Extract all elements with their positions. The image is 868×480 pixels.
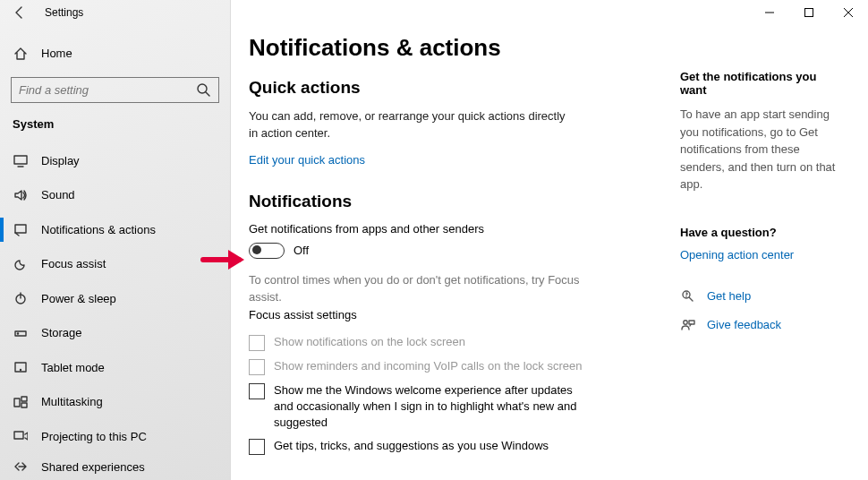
svg-rect-9 <box>21 397 27 401</box>
get-help-label: Get help <box>707 289 751 303</box>
svg-rect-15 <box>689 321 694 324</box>
back-button[interactable] <box>7 0 32 25</box>
sidebar-header: Settings <box>0 0 230 25</box>
sound-icon <box>13 187 29 203</box>
checkbox-lockscreen-voip: Show reminders and incoming VoIP calls o… <box>249 358 589 375</box>
right-paragraph-1: To have an app start sending you notific… <box>680 106 843 193</box>
svg-point-7 <box>21 370 21 371</box>
give-feedback-link[interactable]: Give feedback <box>680 317 843 333</box>
get-help-link[interactable]: Get help <box>680 288 843 304</box>
section-heading: System <box>0 103 230 138</box>
sidebar-item-tablet[interactable]: Tablet mode <box>0 350 230 384</box>
sidebar-item-label: Power & sleep <box>41 292 116 305</box>
sidebar-item-label: Projecting to this PC <box>41 430 147 443</box>
notifications-icon <box>13 221 29 237</box>
sidebar-item-multitasking[interactable]: Multitasking <box>0 384 230 418</box>
checkbox-label: Show reminders and incoming VoIP calls o… <box>274 358 582 374</box>
checkbox-label: Show notifications on the lock screen <box>274 334 465 350</box>
sidebar-item-label: Shared experiences <box>41 460 145 474</box>
page-title: Notifications & actions <box>249 34 655 62</box>
svg-rect-11 <box>14 432 23 439</box>
focus-assist-settings-link[interactable]: Focus assist settings <box>249 308 655 321</box>
maximize-button[interactable] <box>789 0 829 25</box>
edit-quick-actions-link[interactable]: Edit your quick actions <box>249 153 365 167</box>
window-controls <box>750 0 868 25</box>
toggle-knob <box>252 245 261 254</box>
checkbox-welcome-experience[interactable]: Show me the Windows welcome experience a… <box>249 382 589 432</box>
question-heading: Have a question? <box>680 226 843 239</box>
svg-point-14 <box>684 320 687 323</box>
search-input[interactable] <box>19 83 195 97</box>
sidebar-item-label: Sound <box>41 188 75 201</box>
checkbox-label: Show me the Windows welcome experience a… <box>274 382 589 432</box>
multitasking-icon <box>13 394 29 410</box>
sidebar-item-label: Notifications & actions <box>41 223 156 236</box>
home-nav[interactable]: Home <box>0 38 230 70</box>
svg-rect-12 <box>805 9 813 17</box>
sidebar-item-display[interactable]: Display <box>0 143 230 177</box>
power-icon <box>13 290 29 306</box>
sidebar-item-label: Display <box>41 154 80 167</box>
settings-window: Settings Home System Display Sound <box>0 0 868 480</box>
sidebar-item-sound[interactable]: Sound <box>0 178 230 212</box>
svg-point-0 <box>198 84 207 93</box>
toggle-state-label: Off <box>294 244 309 257</box>
sidebar-item-storage[interactable]: Storage <box>0 315 230 349</box>
app-title: Settings <box>45 6 83 19</box>
sidebar-item-notifications[interactable]: Notifications & actions <box>0 212 230 246</box>
sidebar-item-label: Focus assist <box>41 257 106 270</box>
checkbox-label: Get tips, tricks, and suggestions as you… <box>274 438 549 454</box>
tablet-icon <box>13 359 29 375</box>
opening-action-center-link[interactable]: Opening action center <box>680 248 843 261</box>
notifications-toggle-row: Off <box>249 243 655 259</box>
svg-point-5 <box>17 333 18 334</box>
close-button[interactable] <box>829 0 868 25</box>
svg-rect-8 <box>14 399 20 407</box>
notifications-toggle[interactable] <box>249 243 285 259</box>
checkbox[interactable] <box>249 383 265 399</box>
svg-rect-1 <box>14 156 27 164</box>
checkbox-lockscreen-notifications: Show notifications on the lock screen <box>249 334 589 351</box>
right-heading-1: Get the notifications you want <box>680 70 843 97</box>
sidebar-item-shared[interactable]: Shared experiences <box>0 453 230 480</box>
focus-assist-hint: To control times when you do or don't ge… <box>249 271 589 306</box>
home-icon <box>13 46 29 62</box>
sidebar-item-projecting[interactable]: Projecting to this PC <box>0 419 230 453</box>
svg-rect-2 <box>15 225 26 233</box>
content-column: Notifications & actions Quick actions Yo… <box>231 0 655 480</box>
search-box[interactable] <box>11 77 219 104</box>
help-icon <box>680 288 696 304</box>
main-area: Notifications & actions Quick actions Yo… <box>231 0 868 480</box>
home-label: Home <box>41 47 72 60</box>
sidebar-items: Display Sound Notifications & actions Fo… <box>0 143 230 480</box>
give-feedback-label: Give feedback <box>707 318 781 331</box>
sidebar: Settings Home System Display Sound <box>0 0 231 480</box>
sidebar-item-focus-assist[interactable]: Focus assist <box>0 247 230 281</box>
display-icon <box>13 152 29 168</box>
minimize-button[interactable] <box>750 0 789 25</box>
right-column: Get the notifications you want To have a… <box>655 0 868 480</box>
checkbox <box>249 359 265 375</box>
arrow-left-icon <box>12 4 28 21</box>
sidebar-item-label: Storage <box>41 326 82 339</box>
projecting-icon <box>13 428 29 444</box>
search-icon <box>195 81 211 98</box>
checkbox-tips[interactable]: Get tips, tricks, and suggestions as you… <box>249 438 589 455</box>
sidebar-item-label: Multitasking <box>41 395 103 408</box>
sidebar-item-power[interactable]: Power & sleep <box>0 281 230 315</box>
feedback-icon <box>680 317 696 333</box>
checkbox[interactable] <box>249 439 265 455</box>
quick-actions-body: You can add, remove, or rearrange your q… <box>249 108 571 142</box>
sidebar-item-label: Tablet mode <box>41 361 105 374</box>
notifications-heading: Notifications <box>249 192 655 211</box>
storage-icon <box>13 325 29 341</box>
notifications-toggle-label: Get notifications from apps and other se… <box>249 222 655 236</box>
shared-icon <box>13 459 29 475</box>
quick-actions-heading: Quick actions <box>249 78 655 98</box>
focus-assist-icon <box>13 256 29 272</box>
checkbox <box>249 335 265 351</box>
svg-rect-10 <box>21 403 27 407</box>
